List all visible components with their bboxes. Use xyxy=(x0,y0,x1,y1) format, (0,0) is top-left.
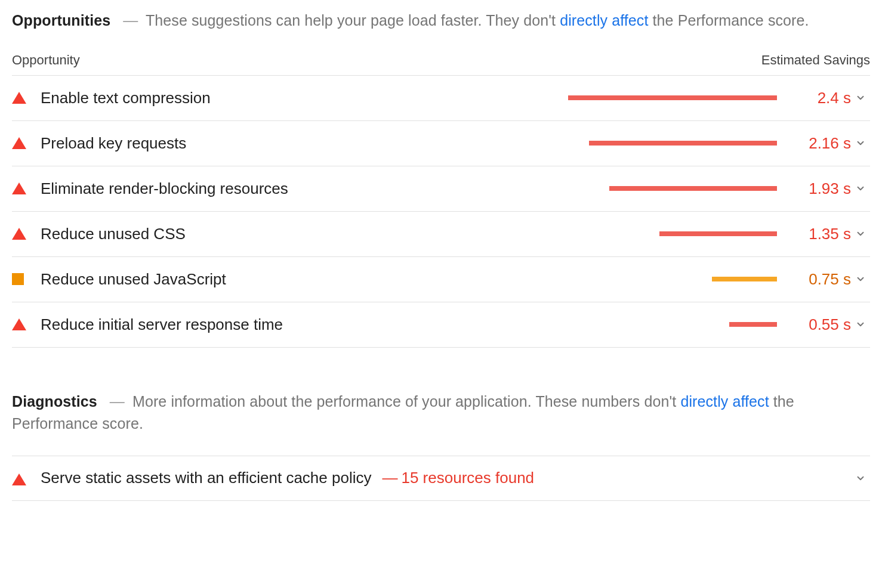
opportunity-label: Reduce initial server response time xyxy=(41,315,283,334)
savings-bar-track xyxy=(568,95,777,100)
opportunity-label: Preload key requests xyxy=(41,134,186,153)
chevron-down-icon[interactable] xyxy=(851,92,870,103)
opportunities-title: Opportunities xyxy=(12,12,110,29)
triangle-fail-icon xyxy=(12,182,26,194)
directly-affect-link[interactable]: directly affect xyxy=(560,12,648,29)
diagnostics-header: Diagnostics — More information about the… xyxy=(12,391,870,435)
savings-bar-track xyxy=(568,277,777,281)
opportunity-label: Enable text compression xyxy=(41,89,211,107)
square-warn-icon xyxy=(12,273,24,285)
savings-bar xyxy=(568,95,777,100)
savings-value: 2.16 s xyxy=(794,134,851,153)
savings-bar-track xyxy=(568,322,777,327)
opportunity-label: Reduce unused JavaScript xyxy=(41,270,226,289)
header-estimated-savings: Estimated Savings xyxy=(761,52,870,68)
opportunities-table-header: Opportunity Estimated Savings xyxy=(12,52,870,76)
savings-value: 1.93 s xyxy=(794,180,851,198)
opportunities-header: Opportunities — These suggestions can he… xyxy=(12,10,870,32)
savings-bar xyxy=(659,231,777,236)
savings-value: 0.75 s xyxy=(794,270,851,289)
chevron-down-icon[interactable] xyxy=(851,274,870,284)
opportunity-row[interactable]: Enable text compression2.4 s xyxy=(12,76,870,121)
savings-bar-track xyxy=(568,141,777,146)
savings-bar xyxy=(729,322,777,327)
triangle-fail-icon xyxy=(12,474,26,485)
chevron-down-icon[interactable] xyxy=(851,138,870,148)
opportunity-label: Eliminate render-blocking resources xyxy=(41,180,288,198)
diagnostics-title: Diagnostics xyxy=(12,393,97,410)
chevron-down-icon[interactable] xyxy=(851,473,870,484)
triangle-fail-icon xyxy=(12,137,26,149)
savings-value: 2.4 s xyxy=(794,89,851,107)
triangle-fail-icon xyxy=(12,92,26,104)
opportunity-row[interactable]: Reduce unused JavaScript0.75 s xyxy=(12,257,870,302)
chevron-down-icon[interactable] xyxy=(851,319,870,330)
opportunities-description: These suggestions can help your page loa… xyxy=(146,12,809,29)
diagnostics-description: More information about the performance o… xyxy=(12,393,794,432)
chevron-down-icon[interactable] xyxy=(851,183,870,194)
triangle-fail-icon xyxy=(12,228,26,240)
savings-bar-track xyxy=(568,186,777,191)
savings-bar xyxy=(712,277,777,281)
diagnostic-extra: —15 resources found xyxy=(382,469,534,487)
savings-value: 1.35 s xyxy=(794,225,851,243)
opportunity-row[interactable]: Reduce initial server response time0.55 … xyxy=(12,302,870,348)
chevron-down-icon[interactable] xyxy=(851,228,870,239)
opportunity-row[interactable]: Preload key requests2.16 s xyxy=(12,121,870,166)
savings-bar xyxy=(609,186,777,191)
savings-bar xyxy=(589,141,777,146)
diagnostic-label: Serve static assets with an efficient ca… xyxy=(41,469,371,487)
savings-bar-track xyxy=(568,231,777,236)
section-dash: — xyxy=(110,393,125,410)
directly-affect-link[interactable]: directly affect xyxy=(680,393,769,410)
savings-value: 0.55 s xyxy=(794,315,851,334)
header-opportunity: Opportunity xyxy=(12,52,80,68)
opportunity-label: Reduce unused CSS xyxy=(41,225,186,243)
opportunity-row[interactable]: Eliminate render-blocking resources1.93 … xyxy=(12,166,870,212)
diagnostic-row[interactable]: Serve static assets with an efficient ca… xyxy=(12,456,870,501)
opportunity-row[interactable]: Reduce unused CSS1.35 s xyxy=(12,212,870,257)
section-dash: — xyxy=(123,12,138,29)
triangle-fail-icon xyxy=(12,318,26,330)
